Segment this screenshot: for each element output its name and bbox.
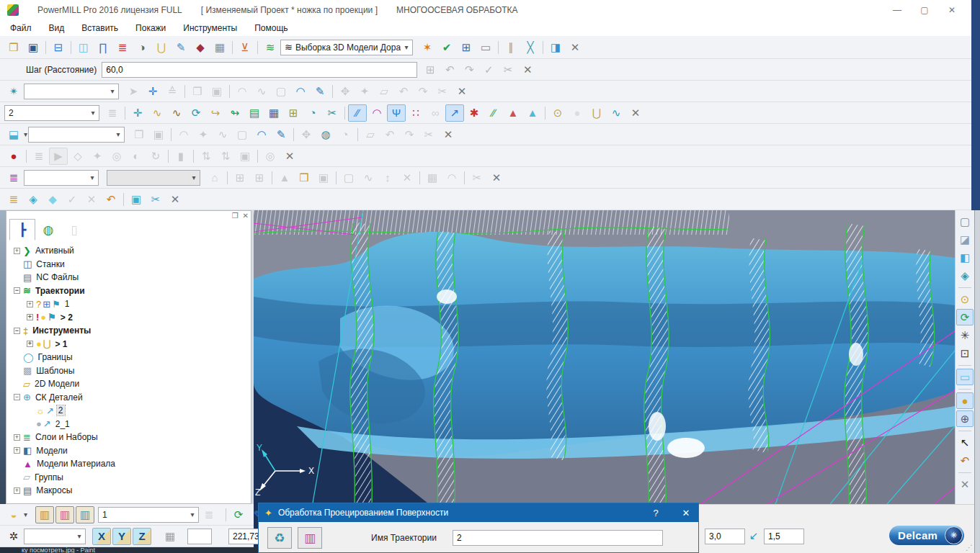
calculator-button[interactable]: ⊞ bbox=[457, 39, 476, 56]
tree-item-workplane-2[interactable]: ☼↗ 2 bbox=[8, 404, 249, 418]
save-button[interactable]: ▣ bbox=[127, 191, 146, 208]
tree-item-nc-files[interactable]: ▤ NC Файлы bbox=[8, 271, 249, 284]
move-toolpath-button[interactable]: ✛ bbox=[128, 104, 147, 122]
calc-b-button[interactable]: ⊞ bbox=[250, 169, 269, 186]
grid-button[interactable]: ▦ bbox=[423, 169, 442, 186]
time-button[interactable]: ◔ bbox=[303, 104, 322, 122]
globe-button[interactable]: ⊕ bbox=[956, 410, 974, 427]
tree-expander[interactable]: − bbox=[14, 394, 20, 400]
offset-axial-button[interactable]: ∿ bbox=[167, 104, 186, 122]
close-toolbar-button[interactable]: ✕ bbox=[453, 83, 471, 100]
loop-button[interactable]: ↻ bbox=[146, 148, 165, 165]
workplane-axis-button[interactable]: ✲ bbox=[4, 528, 23, 545]
sep[interactable] bbox=[958, 285, 972, 289]
batch-button[interactable]: ≣ bbox=[103, 104, 122, 122]
tab-web[interactable]: ◍ bbox=[35, 219, 61, 240]
diamond-button[interactable]: ◆ bbox=[43, 191, 62, 208]
sep[interactable] bbox=[417, 169, 422, 186]
tree-expander[interactable]: + bbox=[27, 301, 33, 307]
time-button[interactable]: ◔ bbox=[336, 126, 355, 143]
view-wireframe-button[interactable]: ▢ bbox=[956, 213, 974, 230]
offset-button[interactable]: ∿ bbox=[148, 104, 166, 122]
close-toolbar-button[interactable]: ✕ bbox=[280, 148, 299, 165]
swap-b-button[interactable]: ⇅ bbox=[216, 148, 235, 165]
table-button[interactable]: ▦ bbox=[264, 104, 283, 122]
wireframe-button[interactable]: ∿ bbox=[213, 126, 232, 143]
transform-button[interactable]: ✥ bbox=[297, 126, 316, 143]
tree-expander[interactable] bbox=[14, 261, 20, 267]
close-toolbar-button[interactable]: ✕ bbox=[166, 191, 184, 208]
toolpath-strategy-button[interactable]: ≋ bbox=[261, 39, 280, 56]
edit-pattern-button[interactable]: ✦ bbox=[355, 83, 374, 100]
step-button[interactable]: ◇ bbox=[68, 148, 87, 165]
axis-y-button[interactable]: Y bbox=[112, 528, 131, 545]
sep[interactable] bbox=[958, 363, 972, 367]
draw-shank-toggle[interactable]: ▲ bbox=[523, 104, 542, 122]
cut-button[interactable]: ✂ bbox=[499, 61, 517, 78]
sep[interactable] bbox=[223, 506, 228, 523]
curve-button[interactable]: ◠ bbox=[233, 83, 251, 100]
sep[interactable] bbox=[227, 83, 232, 100]
tree-expander[interactable]: − bbox=[14, 287, 20, 294]
tree-expander[interactable] bbox=[14, 474, 20, 480]
sep[interactable] bbox=[355, 126, 360, 143]
tab-recycle[interactable]: ▯ bbox=[61, 219, 87, 240]
undo-button[interactable]: ↶ bbox=[380, 126, 399, 143]
boundary-new-button[interactable]: ⬓ bbox=[4, 126, 23, 143]
zero-button[interactable]: ◎ bbox=[261, 148, 280, 165]
menu-view[interactable]: Вид bbox=[49, 23, 65, 33]
undo-button[interactable]: ↶ bbox=[102, 191, 120, 208]
undo-button[interactable]: ↶ bbox=[440, 61, 459, 78]
calc-step-button[interactable]: ⊞ bbox=[421, 61, 440, 78]
view-shaded-button[interactable]: ◧ bbox=[956, 249, 974, 266]
compare-blocks-button[interactable]: ◨ bbox=[546, 39, 565, 56]
sep[interactable] bbox=[342, 104, 347, 122]
close-toolbar-button[interactable]: ✕ bbox=[956, 476, 974, 493]
target-button[interactable]: ◎ bbox=[107, 148, 126, 165]
draw-links-toggle[interactable]: ∞ bbox=[426, 104, 445, 122]
arc-button[interactable]: ◠ bbox=[252, 126, 271, 143]
sketch-button[interactable]: ✎ bbox=[311, 83, 329, 100]
draw-passes-toggle[interactable]: ∕∕ bbox=[484, 104, 503, 122]
refresh-view-button[interactable]: ⟳ bbox=[956, 309, 974, 325]
sep[interactable] bbox=[496, 39, 501, 56]
dialog-close-button[interactable]: ✕ bbox=[674, 508, 698, 518]
dome-button[interactable]: ◠ bbox=[442, 169, 461, 186]
stock-model-button[interactable]: ≣ bbox=[4, 169, 23, 186]
toolpath-selector[interactable]: 2 ▾ bbox=[4, 105, 99, 121]
multi-axis-button[interactable]: ╳ bbox=[521, 39, 540, 56]
menu-help[interactable]: Помощь bbox=[254, 23, 288, 33]
tree-item-stock-models[interactable]: ▲ Модели Материала bbox=[8, 457, 249, 471]
tool-holder-button[interactable]: ⋃ bbox=[152, 39, 171, 56]
dialog-titlebar[interactable]: ✦ Обработка Проецированием Поверхности ?… bbox=[259, 503, 698, 522]
select-button[interactable]: ➤ bbox=[124, 83, 143, 100]
half-button[interactable]: ◐ bbox=[127, 148, 146, 165]
draw-points-toggle[interactable]: ∷ bbox=[406, 104, 425, 122]
redo-button[interactable]: ↷ bbox=[460, 61, 478, 78]
tree-item-levels-sets[interactable]: + ≣ Слои и Наборы bbox=[8, 431, 249, 444]
accept-button[interactable]: ✓ bbox=[63, 191, 81, 208]
tool-frame-button[interactable]: ▦ bbox=[210, 39, 229, 56]
gauge-button[interactable]: ▭ bbox=[476, 39, 495, 56]
cube-button[interactable]: ▢ bbox=[339, 169, 358, 186]
shaded-ball-button[interactable]: ● bbox=[956, 392, 974, 409]
tree-item-groups[interactable]: ▱ Группы bbox=[8, 471, 249, 485]
sep[interactable] bbox=[68, 39, 74, 56]
sep[interactable] bbox=[334, 169, 339, 186]
tree-item-tools[interactable]: − ‡ Инструменты bbox=[8, 324, 249, 338]
zoom-fit-button[interactable]: ✳ bbox=[956, 327, 974, 343]
toolpath-name-input[interactable] bbox=[453, 530, 663, 546]
sep[interactable] bbox=[191, 148, 196, 165]
axis-z-button[interactable]: Z bbox=[133, 528, 151, 545]
sep[interactable] bbox=[958, 470, 972, 475]
close-toolbar-button[interactable]: ✕ bbox=[626, 104, 645, 122]
erase-button[interactable]: ▱ bbox=[375, 83, 393, 100]
resize-grip[interactable]: ⋰ bbox=[966, 544, 973, 552]
list-button[interactable]: ▤ bbox=[245, 104, 264, 122]
save-project-button[interactable]: ▣ bbox=[24, 39, 43, 56]
tolerance-input[interactable] bbox=[705, 529, 745, 544]
tree-expander[interactable]: − bbox=[14, 328, 20, 334]
sep[interactable] bbox=[255, 39, 260, 56]
tree-expander[interactable] bbox=[27, 421, 33, 427]
pattern-selector[interactable]: ▾ bbox=[24, 84, 119, 99]
